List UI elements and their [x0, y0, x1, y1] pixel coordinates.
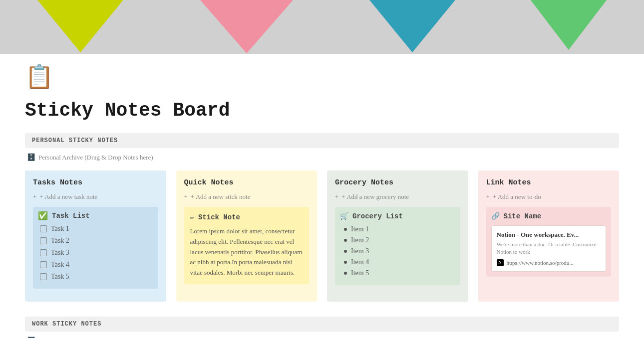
personal-section-header: PERSONAL STICKY NOTES — [25, 133, 619, 148]
grocery-item-3: Item 3 — [340, 247, 455, 255]
bullet-5 — [344, 272, 347, 275]
personal-archive-label: 🗄️ Personal Archive (Drag & Drop Notes h… — [25, 153, 619, 162]
checkbox-4[interactable] — [40, 261, 47, 268]
plus-icon-3: + — [335, 193, 338, 201]
add-todo-button[interactable]: + + Add a new to-do — [486, 193, 612, 201]
link-preview-desc: We're more than a doc. Or a table. Custo… — [497, 241, 601, 256]
task-item-4: Task 4 — [38, 261, 153, 269]
personal-section-label: PERSONAL STICKY NOTES — [32, 137, 118, 144]
triangle-green — [529, 0, 609, 50]
plus-icon: + — [33, 193, 36, 201]
tasks-notes-card: Tasks Notes + + Add a new task note ✅ Ta… — [25, 170, 166, 302]
link-preview-url: N https://www.notion.so/produ... — [497, 259, 601, 266]
grocery-notes-card: Grocery Notes + + Add a new grocery note… — [327, 170, 468, 302]
quick-notes-title: Quick Notes — [184, 178, 310, 187]
bullet-2 — [344, 239, 347, 242]
checkbox-5[interactable] — [40, 273, 47, 280]
notion-icon: N — [497, 259, 504, 266]
plus-icon-2: + — [184, 193, 188, 201]
work-section-header: WORK STICKY NOTES — [25, 317, 619, 332]
work-section: WORK STICKY NOTES 🗄️ Work Archive (Drag … — [25, 317, 619, 338]
task-item-5: Task 5 — [38, 273, 153, 281]
add-stick-note-button[interactable]: + + Add a new stick note — [184, 193, 310, 201]
stick-note-body: Lorem ipsum dolor sit amet, consectetur … — [190, 226, 304, 278]
task-item-1: Task 1 — [38, 225, 153, 233]
add-task-note-button[interactable]: + + Add a new task note — [33, 193, 158, 201]
hero-banner — [0, 0, 644, 54]
link-note-header: 🔗 Site Name — [491, 212, 607, 220]
checkbox-2[interactable] — [40, 237, 47, 244]
triangle-teal — [367, 0, 457, 52]
link-notes-card: Link Notes + + Add a new to-do 🔗 Site Na… — [478, 170, 620, 302]
triangle-yellow — [35, 0, 125, 52]
task-item-2: Task 2 — [38, 237, 153, 245]
bullet-3 — [344, 250, 347, 253]
grocery-item-4: Item 4 — [340, 258, 455, 266]
bullet-4 — [344, 261, 347, 264]
plus-icon-4: + — [486, 193, 490, 201]
grocery-list-container: 🛒 Grocery List Item 1 Item 2 Item 3 — [335, 207, 460, 285]
task-item-3: Task 3 — [38, 249, 153, 257]
checkbox-3[interactable] — [40, 249, 47, 256]
pencil-icon: ✏️ — [190, 213, 194, 221]
tasks-notes-title: Tasks Notes — [33, 178, 158, 187]
stick-note-header: ✏️ Stick Note — [190, 213, 304, 221]
quick-notes-card: Quick Notes + + Add a new stick note ✏️ … — [176, 170, 318, 302]
cart-icon: 🛒 — [340, 212, 348, 220]
bullet-1 — [344, 228, 347, 231]
grocery-item-5: Item 5 — [340, 269, 455, 277]
grocery-item-1: Item 1 — [340, 225, 455, 233]
checkbox-1[interactable] — [40, 225, 47, 232]
add-grocery-note-button[interactable]: + + Add a new grocery note — [335, 193, 460, 201]
link-notes-title: Link Notes — [486, 178, 612, 187]
grocery-header: 🛒 Grocery List — [340, 212, 455, 220]
triangle-pink — [197, 0, 297, 53]
stick-note-container: ✏️ Stick Note Lorem ipsum dolor sit amet… — [184, 207, 310, 284]
task-list-container: ✅ Task List Task 1 Task 2 Task 3 T — [33, 207, 158, 289]
archive-icon: 🗄️ — [27, 153, 35, 162]
check-icon: ✅ — [38, 211, 48, 221]
link-icon: 🔗 — [491, 212, 500, 220]
page-icon: 📋 — [25, 63, 53, 90]
link-preview[interactable]: Notion - One workspace. Ev... We're more… — [491, 225, 607, 272]
link-preview-title: Notion - One workspace. Ev... — [497, 231, 601, 239]
page-title: Sticky Notes Board — [25, 100, 619, 121]
personal-notes-grid: Tasks Notes + + Add a new task note ✅ Ta… — [25, 170, 619, 302]
grocery-notes-title: Grocery Notes — [335, 178, 460, 187]
link-note-container: 🔗 Site Name Notion - One workspace. Ev..… — [486, 207, 612, 277]
grocery-item-2: Item 2 — [340, 236, 455, 244]
work-section-label: WORK STICKY NOTES — [32, 321, 101, 328]
